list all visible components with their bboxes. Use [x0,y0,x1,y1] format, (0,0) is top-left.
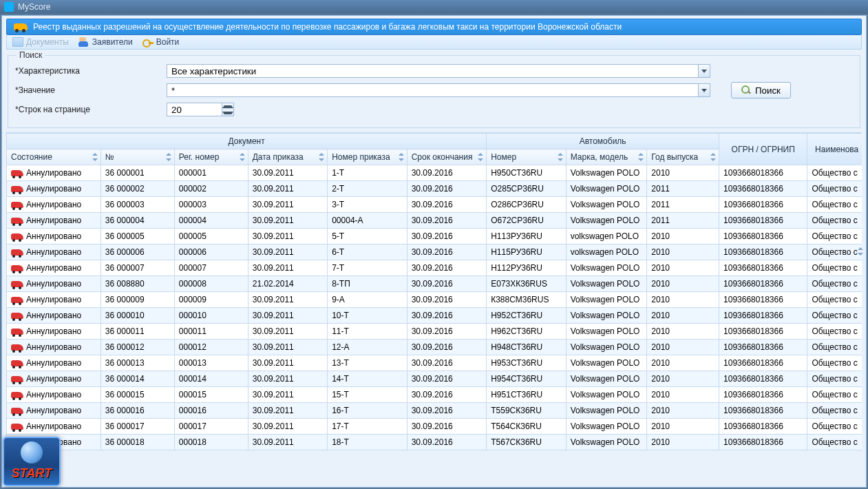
status-label: Аннулировано [26,311,81,320]
characteristic-input[interactable] [167,64,698,78]
cell-order-num: 00004-А [328,213,407,229]
cell-num: 36 000012 [100,340,174,355]
toolbar: Документы Заявители Войти [6,35,862,50]
cell-year: 2010 [647,244,719,260]
status-label: Аннулировано [26,263,81,273]
table-row[interactable]: Аннулировано36 00000500000530.09.20115-Т… [7,229,862,244]
col-order-date[interactable]: Дата приказа [248,149,327,165]
cell-expiry: 30.09.2016 [407,403,487,419]
col-group-document: Документ [7,134,487,149]
orb-icon [21,441,43,464]
col-ogrn[interactable]: ОГРН / ОГРНИП [719,134,807,165]
sort-icon [319,153,324,161]
col-group-auto: Автомобиль [487,134,719,149]
cell-plate: К388СМ36RUS [487,292,566,308]
cell-reg: 000001 [174,165,248,181]
cell-expiry: 30.09.2016 [407,165,487,181]
rows-per-page-input[interactable] [167,103,222,116]
table-row[interactable]: Аннулировано36 00001400001430.09.201114-… [7,371,862,387]
spinner-down-button[interactable] [222,110,233,116]
sort-icon [240,153,245,161]
table-row[interactable]: Аннулировано36 00001500001530.09.201115-… [7,387,862,403]
cell-order-date: 30.09.2011 [248,229,327,244]
cell-ogrn: 1093668018366 [719,324,807,340]
characteristic-dropdown-button[interactable] [698,64,710,78]
table-row[interactable]: Аннулировано36 00888000000821.02.20148-Т… [7,276,862,292]
toolbar-login[interactable]: Войти [142,37,180,47]
cell-ogrn: 1093668018366 [719,355,807,371]
cell-plate: Н950СТ36RU [487,165,566,181]
table-row[interactable]: Аннулировано36 00000100000130.09.20111-Т… [7,165,862,181]
cell-year: 2010 [647,292,719,308]
col-name[interactable]: Наименова [807,134,862,165]
table-row[interactable]: Аннулировано36 00001800001830.09.201118-… [7,435,862,450]
table-row[interactable]: Аннулировано36 00001300001330.09.201113-… [7,355,862,371]
characteristic-combo[interactable] [167,64,710,78]
table-row[interactable]: Аннулировано36 00000400000430.09.2011000… [7,213,862,229]
toolbar-applicants[interactable]: Заявители [78,37,133,47]
value-combo[interactable] [167,83,710,97]
cell-expiry: 30.09.2016 [407,197,487,213]
col-year[interactable]: Год выпуска [647,149,719,165]
table-row[interactable]: Аннулировано36 00000700000730.09.20117-Т… [7,260,862,276]
cell-ogrn: 1093668018366 [719,197,807,213]
value-input[interactable] [167,83,698,97]
cell-order-date: 21.02.2014 [248,276,327,292]
table-row[interactable]: Аннулировано36 00001600001630.09.201116-… [7,403,862,419]
grid-scroll[interactable]: Документ Автомобиль ОГРН / ОГРНИП Наимен… [6,132,862,450]
cell-reg: 000005 [174,229,248,244]
table-row[interactable]: Аннулировано36 00001200001230.09.201112-… [7,340,862,355]
cell-order-num: 16-Т [328,403,407,419]
status-label: Аннулировано [26,247,81,257]
cell-num: 36 000013 [100,355,174,371]
cell-name: Общество с [807,229,862,244]
col-reg[interactable]: Рег. номер [174,149,248,165]
chevron-up-icon [222,105,233,108]
table-row[interactable]: Аннулировано36 00000600000630.09.20116-Т… [7,244,862,260]
rows-per-page-spinner[interactable] [167,103,235,116]
cell-order-num: 11-Т [328,324,407,340]
table-row[interactable]: Аннулировано36 00000300000330.09.20113-Т… [7,197,862,213]
table-row[interactable]: Аннулировано36 00000900000930.09.20119-А… [7,292,862,308]
col-plate[interactable]: Номер [487,149,566,165]
cell-ogrn: 1093668018366 [719,340,807,355]
toolbar-documents[interactable]: Документы [12,37,69,47]
cell-ogrn: 1093668018366 [719,165,807,181]
cell-name: Общество с [807,324,862,340]
cell-reg: 000018 [174,435,248,450]
table-row[interactable]: Аннулировано36 00001700001730.09.201117-… [7,419,862,435]
cell-order-date: 30.09.2011 [248,419,327,435]
spinner-up-button[interactable] [222,103,233,110]
table-row[interactable]: Аннулировано36 00001000001030.09.201110-… [7,308,862,324]
cell-reg: 000017 [174,419,248,435]
cell-num: 36 008880 [100,276,174,292]
sort-icon [638,153,644,161]
status-label: Аннулировано [26,326,81,336]
cell-plate: Н953СТ36RU [487,355,566,371]
value-dropdown-button[interactable] [698,83,710,97]
cell-num: 36 000007 [100,260,174,276]
cell-num: 36 000004 [100,213,174,229]
search-button[interactable]: Поиск [731,82,791,98]
cell-ogrn: 1093668018366 [719,308,807,324]
col-order-num[interactable]: Номер приказа [328,149,407,165]
cell-num: 36 000009 [100,292,174,308]
col-expiry[interactable]: Срок окончания [407,149,487,165]
cell-plate: Т559СК36RU [487,403,566,419]
col-make[interactable]: Марка, модель [566,149,647,165]
cell-order-num: 7-Т [328,260,407,276]
car-icon [11,344,23,351]
cell-plate: Н115РУ36RU [487,244,566,260]
col-num[interactable]: № [100,149,174,165]
cell-make: Volkswagen POLO [566,165,647,181]
cell-name: Общество с [807,340,862,355]
cell-make: Volkswagen POLO [566,387,647,403]
cell-year: 2011 [647,213,719,229]
table-row[interactable]: Аннулировано36 00001100001130.09.201111-… [7,324,862,340]
cell-expiry: 30.09.2016 [407,308,487,324]
table-row[interactable]: Аннулировано36 00000200000230.09.20112-Т… [7,181,862,197]
cell-expiry: 30.09.2016 [407,276,487,292]
cell-plate: Т564СК36RU [487,419,566,435]
app-icon [4,2,14,12]
col-state[interactable]: Состояние [7,149,101,165]
